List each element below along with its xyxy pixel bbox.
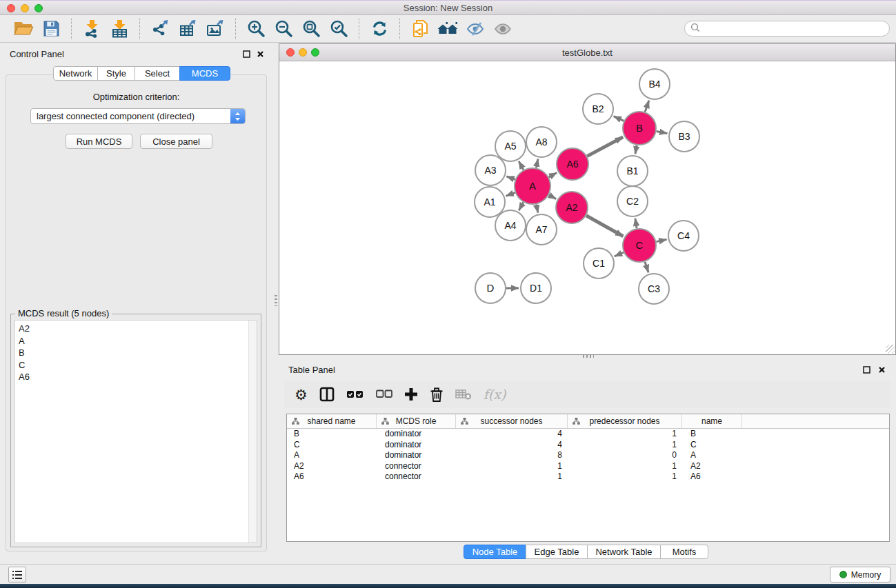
import-network-icon[interactable] — [80, 18, 103, 40]
zoom-out-icon[interactable] — [272, 18, 295, 40]
edge-A-A5[interactable] — [519, 161, 524, 170]
table-cell[interactable]: 0 — [568, 450, 682, 461]
tab-motifs[interactable]: Motifs — [660, 545, 708, 559]
node-A6[interactable]: A6 — [557, 148, 588, 180]
edge-A6-B[interactable] — [587, 137, 623, 156]
node-C[interactable]: C — [623, 229, 656, 262]
edge-A-A8[interactable] — [536, 159, 538, 168]
edge-B-B3[interactable] — [657, 132, 668, 134]
edge-C-C4[interactable] — [656, 239, 666, 241]
table-cell[interactable]: C — [287, 440, 377, 451]
edge-A-A3[interactable] — [506, 176, 515, 180]
column-header-successor-nodes[interactable]: successor nodes — [456, 414, 568, 428]
close-table-panel-icon[interactable] — [877, 365, 886, 374]
table-cell[interactable]: A — [682, 450, 742, 461]
table-cell[interactable]: dominator — [377, 440, 456, 451]
edge-A-A4[interactable] — [519, 203, 524, 211]
table-cell[interactable]: A — [287, 450, 377, 461]
node-A5[interactable]: A5 — [495, 131, 526, 161]
task-history-button[interactable] — [8, 567, 26, 582]
node-B2[interactable]: B2 — [583, 94, 613, 124]
table-cell[interactable]: 1 — [568, 429, 682, 440]
mcds-result-item[interactable]: A6 — [19, 371, 257, 383]
mcds-result-item[interactable]: B — [19, 347, 257, 359]
edge-B-B4[interactable] — [645, 101, 649, 112]
table-cell[interactable]: dominator — [377, 429, 456, 440]
column-header-MCDS-role[interactable]: MCDS role — [377, 414, 456, 428]
edge-A-A7[interactable] — [536, 204, 537, 212]
zoom-selected-icon[interactable] — [327, 18, 350, 40]
table-cell[interactable]: A2 — [287, 461, 377, 472]
close-panel-icon[interactable] — [255, 49, 265, 59]
mcds-result-item[interactable]: A2 — [19, 323, 257, 335]
table-cell[interactable]: 1 — [456, 472, 568, 483]
mcds-result-item[interactable]: A — [19, 335, 257, 347]
table-cell[interactable]: dominator — [377, 450, 456, 461]
table-cell[interactable]: 4 — [456, 440, 568, 451]
edge-A2-C[interactable] — [586, 216, 624, 236]
export-table-icon[interactable] — [176, 18, 199, 40]
delete-icon[interactable] — [430, 384, 444, 405]
home-icon[interactable] — [436, 18, 459, 40]
node-A4[interactable]: A4 — [495, 210, 526, 241]
refresh-icon[interactable] — [368, 18, 391, 40]
export-network-icon[interactable] — [148, 18, 172, 40]
open-file-icon[interactable] — [12, 18, 35, 40]
column-header-name[interactable]: name — [682, 414, 742, 428]
run-mcds-button[interactable]: Run MCDS — [66, 134, 132, 149]
table-cell[interactable]: C — [682, 440, 742, 451]
table-row[interactable]: A6connector11A6 — [287, 472, 889, 483]
clone-network-icon[interactable] — [408, 18, 432, 40]
table-cell[interactable]: connector — [377, 461, 456, 472]
tab-node-table[interactable]: Node Table — [464, 545, 526, 559]
edge-C-C3[interactable] — [645, 262, 648, 273]
node-B[interactable]: B — [623, 112, 656, 145]
node-A3[interactable]: A3 — [475, 155, 506, 185]
settings-icon[interactable]: ⚙ — [295, 384, 308, 405]
table-cell[interactable]: 1 — [456, 461, 568, 472]
float-table-panel-icon[interactable] — [862, 365, 871, 374]
edge-A-A6[interactable] — [549, 173, 557, 177]
table-row[interactable]: Adominator80A — [287, 450, 889, 461]
node-A8[interactable]: A8 — [526, 127, 557, 157]
node-C4[interactable]: C4 — [668, 221, 699, 251]
table-cell[interactable]: connector — [377, 472, 456, 483]
edge-B-B2[interactable] — [614, 116, 624, 121]
edge-A-A1[interactable] — [506, 192, 515, 196]
node-A7[interactable]: A7 — [526, 214, 557, 245]
float-panel-icon[interactable] — [241, 49, 251, 59]
table-row[interactable]: A2connector11A2 — [287, 461, 889, 472]
import-table-icon[interactable] — [108, 18, 131, 40]
tab-select[interactable]: Select — [135, 66, 180, 81]
table-row[interactable]: Bdominator41B — [287, 429, 889, 440]
add-icon[interactable] — [404, 384, 418, 405]
search-input[interactable] — [700, 23, 889, 34]
mcds-result-list[interactable]: A2ABCA6 — [14, 320, 257, 543]
edge-C-C2[interactable] — [635, 219, 637, 229]
table-cell[interactable]: 8 — [456, 450, 568, 461]
node-A1[interactable]: A1 — [475, 187, 505, 217]
select-all-icon[interactable] — [346, 384, 364, 405]
show-all-icon[interactable] — [491, 18, 515, 40]
column-header-predecessor-nodes[interactable]: predecessor nodes — [568, 414, 682, 428]
table-cell[interactable]: A6 — [682, 472, 742, 483]
table-cell[interactable]: A6 — [287, 472, 377, 483]
table-row[interactable]: Cdominator41C — [287, 440, 889, 451]
node-A[interactable]: A — [515, 168, 550, 204]
table-cell[interactable]: A2 — [682, 461, 742, 472]
node-D[interactable]: D — [475, 273, 506, 303]
tab-mcds[interactable]: MCDS — [179, 66, 230, 81]
table-cell[interactable]: 1 — [568, 472, 682, 483]
network-canvas[interactable]: AA1A2A3A4A5A6A7A8BB1B2B3B4CC1C2C3C4DD1 — [279, 61, 895, 354]
split-panel-icon[interactable] — [319, 384, 335, 405]
node-C2[interactable]: C2 — [617, 186, 648, 216]
deselect-all-icon[interactable] — [376, 384, 392, 405]
tab-style[interactable]: Style — [97, 66, 135, 81]
column-header-shared-name[interactable]: shared name — [287, 414, 377, 428]
close-panel-button[interactable]: Close panel — [140, 134, 212, 149]
zoom-fit-icon[interactable] — [299, 18, 323, 40]
tab-edge-table[interactable]: Edge Table — [526, 545, 588, 559]
node-C1[interactable]: C1 — [584, 248, 614, 278]
table-cell[interactable]: 4 — [456, 429, 568, 440]
edge-B-B1[interactable] — [635, 145, 637, 154]
